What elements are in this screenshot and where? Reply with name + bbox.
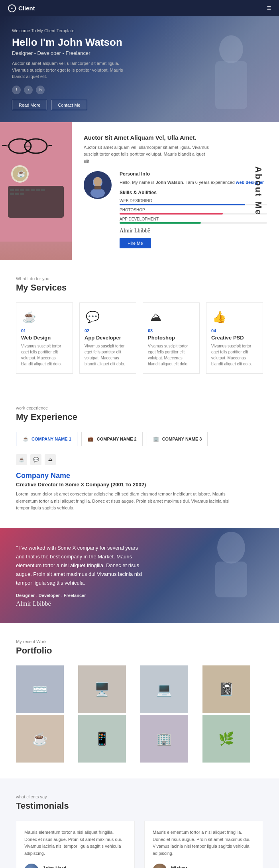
about-heading: Auctor Sit Amet Aliquam Vel, Ulla Amet. bbox=[84, 134, 267, 141]
service-desc: Vivamus suscipit tortor eget felis portt… bbox=[84, 343, 131, 367]
testimonial-person: Mickey Graphic Designer bbox=[153, 864, 255, 868]
skills-container: WEB DESIGNING PHOTOSHOP APP DEVELOPMENT bbox=[120, 199, 267, 224]
social-linkedin[interactable]: in bbox=[36, 86, 45, 94]
portfolio-icon: 🏢 bbox=[156, 731, 172, 746]
about-section: ☕ About Me Auctor Sit Amet Aliquam Vel, … bbox=[0, 122, 279, 260]
testimonial-card: Mauris elementum tortor a nisl aliquet f… bbox=[16, 821, 135, 868]
service-card: 💬 02 App Developer Vivamus suscipit tort… bbox=[79, 302, 136, 374]
service-desc: Vivamus suscipit tortor eget felis portt… bbox=[148, 343, 195, 367]
portfolio-icon: 📓 bbox=[218, 682, 234, 697]
contact-me-button[interactable]: Contact Me bbox=[51, 100, 87, 110]
portfolio-sub: My recent Work bbox=[16, 639, 263, 644]
service-name: App Developer bbox=[84, 335, 131, 341]
portfolio-item[interactable]: 🖥️ bbox=[78, 665, 126, 713]
skill-label: PHOTOSHOP bbox=[120, 208, 267, 212]
social-facebook[interactable]: f bbox=[12, 86, 21, 94]
quote-text: " I've worked with Some X company for se… bbox=[16, 544, 143, 587]
service-desc: Vivamus suscipit tortor eget felis portt… bbox=[211, 343, 258, 367]
portfolio-item[interactable]: 📓 bbox=[202, 665, 250, 713]
about-content: Personal Info Hello, My name is John Wat… bbox=[84, 171, 267, 248]
testimonials-section: what clients say Testimonials Mauris ele… bbox=[0, 778, 279, 868]
menu-button[interactable]: ≡ bbox=[267, 4, 271, 12]
testimonial-avatar bbox=[24, 864, 39, 868]
service-icon: ☕ bbox=[21, 309, 37, 325]
exp-tab-label: COMPANY NAME 3 bbox=[162, 437, 202, 441]
portfolio-item[interactable]: ⌨️ bbox=[16, 665, 64, 713]
portfolio-item[interactable]: 💻 bbox=[140, 665, 188, 713]
nav-logo[interactable]: Client bbox=[8, 4, 35, 12]
exp-icon-3[interactable]: ⛰ bbox=[45, 454, 56, 465]
experience-tabs: ☕ COMPANY NAME 1 💼 COMPANY NAME 2 🏢 COMP… bbox=[16, 432, 263, 446]
portfolio-section: My recent Work Portfolio ⌨️🖥️💻📓☕📱🏢🌿 bbox=[0, 623, 279, 778]
services-sub: What I do for you bbox=[16, 276, 263, 281]
svg-rect-27 bbox=[94, 186, 101, 189]
about-image: ☕ bbox=[0, 122, 72, 260]
portfolio-icon: 🖥️ bbox=[94, 682, 110, 697]
experience-sub: work experience bbox=[16, 406, 263, 410]
portfolio-item[interactable]: 🌿 bbox=[202, 715, 250, 763]
about-avatar bbox=[84, 171, 112, 199]
quote-role: Designer - Developer - Freelancer bbox=[16, 593, 143, 598]
about-right: About Me Auctor Sit Amet Aliquam Vel, Ul… bbox=[72, 122, 279, 260]
hero-person-svg bbox=[159, 16, 279, 122]
skill-item: WEB DESIGNING bbox=[120, 199, 267, 205]
exp-tab-icon: ☕ bbox=[22, 435, 29, 443]
service-card: 👍 04 Creative PSD Vivamus suscipit torto… bbox=[206, 302, 263, 374]
portfolio-grid: ⌨️🖥️💻📓☕📱🏢🌿 bbox=[16, 665, 263, 763]
services-section: What I do for you My Services ☕ 01 Web D… bbox=[0, 260, 279, 390]
svg-rect-14 bbox=[36, 189, 40, 191]
services-title: My Services bbox=[16, 283, 263, 293]
navbar: Client ≡ bbox=[0, 0, 279, 16]
hero-person-image bbox=[159, 16, 279, 122]
svg-rect-13 bbox=[31, 189, 35, 191]
portfolio-icon: ☕ bbox=[32, 731, 48, 746]
portfolio-icon: ⌨️ bbox=[32, 682, 48, 697]
personal-info-title: Personal Info bbox=[120, 171, 267, 177]
hero-section: Welcome To My Client Template Hello I'm … bbox=[0, 16, 279, 122]
logo-icon bbox=[8, 4, 16, 12]
experience-tab-1[interactable]: ☕ COMPANY NAME 1 bbox=[16, 432, 77, 446]
service-card: ☕ 01 Web Design Vivamus suscipit tortor … bbox=[16, 302, 73, 374]
social-twitter[interactable]: t bbox=[24, 86, 33, 94]
skill-label: WEB DESIGNING bbox=[120, 199, 267, 203]
portfolio-item[interactable]: ☕ bbox=[16, 715, 64, 763]
service-icon: 💬 bbox=[84, 309, 100, 325]
service-num: 02 bbox=[84, 328, 131, 333]
svg-rect-11 bbox=[20, 189, 24, 191]
about-vertical-text: About Me bbox=[253, 166, 263, 216]
read-more-button[interactable]: Read More bbox=[12, 100, 47, 110]
service-name: Web Design bbox=[21, 335, 68, 341]
service-num: 01 bbox=[21, 328, 68, 333]
service-num: 04 bbox=[211, 328, 258, 333]
services-grid: ☕ 01 Web Design Vivamus suscipit tortor … bbox=[16, 302, 263, 374]
experience-tab-2[interactable]: 💼 COMPANY NAME 2 bbox=[81, 432, 143, 446]
svg-point-25 bbox=[94, 177, 102, 186]
experience-section: work experience My Experience ☕ COMPANY … bbox=[0, 390, 279, 528]
experience-tab-3[interactable]: 🏢 COMPANY NAME 3 bbox=[147, 432, 208, 446]
exp-tab-label: COMPANY NAME 2 bbox=[97, 437, 137, 441]
quote-signature: Almir Lbibbë bbox=[16, 600, 143, 607]
testimonial-person: John Herd Graphic Designer bbox=[24, 864, 126, 868]
svg-rect-12 bbox=[26, 189, 29, 191]
exp-icon-1[interactable]: ☕ bbox=[16, 454, 27, 465]
hire-me-button[interactable]: Hire Me bbox=[120, 238, 151, 248]
svg-rect-16 bbox=[10, 193, 14, 195]
testimonials-grid: Mauris elementum tortor a nisl aliquet f… bbox=[16, 821, 263, 868]
portfolio-item[interactable]: 📱 bbox=[78, 715, 126, 763]
svg-rect-1 bbox=[215, 61, 247, 109]
exp-icon-2[interactable]: 💬 bbox=[30, 454, 41, 465]
testimonial-name: John Herd bbox=[43, 866, 74, 868]
portfolio-icon: 📱 bbox=[94, 731, 110, 746]
about-info-block: Personal Info Hello, My name is John Wat… bbox=[120, 171, 267, 248]
service-card: ⛰ 03 Photoshop Vivamus suscipit tortor e… bbox=[143, 302, 200, 374]
portfolio-item[interactable]: 🏢 bbox=[140, 715, 188, 763]
skill-bar bbox=[120, 222, 201, 224]
testimonial-text: Mauris elementum tortor a nisl aliquet f… bbox=[24, 829, 126, 857]
personal-info-text: Hello, My name is John Watson. I am 6 ye… bbox=[120, 179, 267, 186]
svg-rect-29 bbox=[215, 562, 247, 597]
exp-tab-label: COMPANY NAME 1 bbox=[31, 437, 71, 441]
service-desc: Vivamus suscipit tortor eget felis portt… bbox=[21, 343, 68, 367]
portfolio-icon: 🌿 bbox=[218, 731, 234, 746]
skill-label: APP DEVELOPMENT bbox=[120, 217, 267, 221]
svg-point-0 bbox=[219, 35, 243, 63]
